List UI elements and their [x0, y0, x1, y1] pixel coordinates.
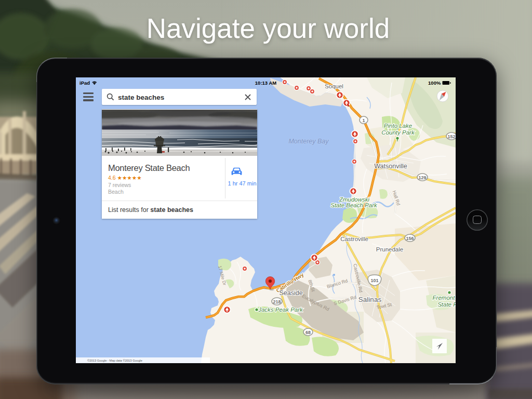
svg-text:156: 156	[406, 236, 414, 241]
svg-text:Monterey Bay: Monterey Bay	[288, 138, 329, 145]
svg-text:1: 1	[362, 118, 365, 123]
svg-text:129: 129	[418, 175, 426, 180]
svg-text:Seaside: Seaside	[279, 289, 302, 297]
svg-text:Pinto Lake: Pinto Lake	[384, 123, 412, 129]
svg-text:Jacks Peak Park: Jacks Peak Park	[258, 307, 303, 313]
svg-text:218: 218	[273, 299, 281, 304]
svg-text:State P: State P	[437, 301, 456, 308]
svg-text:101: 101	[370, 278, 378, 283]
svg-text:State Beach Park: State Beach Park	[330, 202, 378, 208]
svg-text:©2013 Google - Map data ©2013: ©2013 Google - Map data ©2013 Google	[87, 359, 142, 362]
svg-text:Fremont: Fremont	[433, 295, 456, 301]
svg-text:Castroville: Castroville	[340, 236, 368, 242]
svg-text:County Park: County Park	[381, 129, 415, 136]
svg-text:Watsonville: Watsonville	[374, 163, 407, 170]
svg-text:Prunedale: Prunedale	[376, 246, 403, 252]
svg-text:152: 152	[447, 134, 455, 139]
svg-text:Salinas: Salinas	[358, 296, 382, 303]
svg-text:68: 68	[305, 330, 311, 335]
